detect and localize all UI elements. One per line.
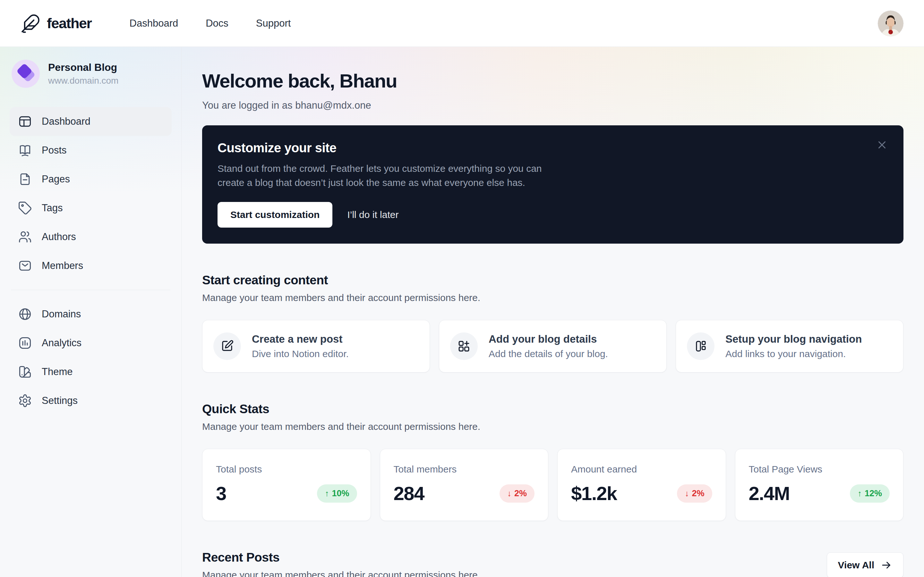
top-navigation: Dashboard Docs Support (129, 18, 291, 29)
section-title: Start creating content (202, 273, 903, 287)
card-title: Setup your blog navigation (725, 333, 862, 345)
sidebar-item-label: Members (42, 260, 83, 271)
sidebar-item-label: Authors (42, 231, 76, 243)
brand-name: feather (47, 15, 92, 32)
arrow-right-icon (881, 559, 892, 571)
stat-change-badge: ↑ 10% (317, 484, 357, 503)
stat-change-value: 12% (865, 488, 882, 498)
blog-domain: www.domain.com (48, 76, 118, 86)
stat-change-value: 10% (332, 488, 349, 498)
stat-change-value: 2% (514, 488, 527, 498)
section-subtitle: Manage your team members and their accou… (202, 570, 480, 577)
brand[interactable]: feather (21, 13, 92, 33)
card-subtitle: Add the details of your blog. (489, 348, 608, 359)
feather-logo-icon (21, 13, 40, 33)
stat-card-amount-earned: Amount earned $1.2k ↓ 2% (557, 449, 726, 521)
app-header: feather Dashboard Docs Support (0, 0, 924, 47)
create-content-section: Start creating content Manage your team … (202, 273, 903, 372)
sidebar-item-members[interactable]: Members (10, 251, 172, 280)
arrow-up-icon: ↑ (858, 488, 862, 498)
stat-change-badge: ↓ 2% (677, 484, 712, 503)
banner-text: Stand out from the crowd. Feather lets y… (218, 161, 549, 190)
card-title: Create a new post (252, 333, 349, 345)
nav-item-support[interactable]: Support (256, 18, 291, 29)
user-avatar[interactable] (878, 11, 903, 36)
view-all-label: View All (838, 560, 874, 571)
sidebar-item-analytics[interactable]: Analytics (10, 329, 172, 358)
sidebar: Personal Blog www.domain.com Dashboard (0, 47, 182, 577)
sidebar-item-label: Posts (42, 145, 67, 156)
main-content: Welcome back, Bhanu You are logged in as… (182, 47, 924, 577)
customize-banner: Customize your site Stand out from the c… (202, 125, 903, 243)
tag-icon (18, 201, 32, 215)
file-text-icon (18, 172, 32, 186)
section-subtitle: Manage your team members and their accou… (202, 421, 903, 432)
stat-change-badge: ↑ 12% (850, 484, 890, 503)
sidebar-item-authors[interactable]: Authors (10, 222, 172, 251)
stat-value: 3 (216, 482, 226, 504)
sidebar-nav-top: Dashboard Posts Pages (10, 107, 172, 280)
squares-plus-icon (450, 332, 478, 360)
sidebar-item-label: Pages (42, 173, 70, 185)
page-title: Welcome back, Bhanu (202, 70, 903, 92)
sidebar-item-domains[interactable]: Domains (10, 300, 172, 329)
do-it-later-button[interactable]: I’ll do it later (347, 210, 399, 220)
sidebar-item-settings[interactable]: Settings (10, 386, 172, 415)
sidebar-item-theme[interactable]: Theme (10, 358, 172, 386)
gear-icon (18, 394, 32, 408)
dashboard-panel-icon (18, 114, 32, 129)
sidebar-item-label: Domains (42, 308, 81, 320)
start-customization-button[interactable]: Start customization (218, 202, 333, 227)
sidebar-divider (11, 290, 170, 290)
stat-label: Total posts (216, 464, 357, 475)
layout-panels-icon (687, 332, 714, 360)
section-title: Quick Stats (202, 402, 903, 416)
users-icon (18, 230, 32, 244)
bar-chart-icon (18, 336, 32, 350)
arrow-down-icon: ↓ (507, 488, 511, 498)
stat-cards: Total posts 3 ↑ 10% Total members 284 (202, 449, 903, 521)
blog-switcher[interactable]: Personal Blog www.domain.com (10, 58, 172, 90)
sidebar-nav-bottom: Domains Analytics (10, 300, 172, 415)
stat-label: Total members (394, 464, 535, 475)
section-subtitle: Manage your team members and their accou… (202, 292, 903, 303)
blog-navigation-card[interactable]: Setup your blog navigation Add links to … (676, 320, 903, 372)
stat-label: Amount earned (571, 464, 712, 475)
sidebar-item-label: Settings (42, 395, 78, 406)
card-title: Add your blog details (489, 333, 608, 345)
book-open-icon (18, 143, 32, 157)
stat-change-value: 2% (692, 488, 704, 498)
arrow-down-icon: ↓ (685, 488, 689, 498)
sidebar-item-label: Theme (42, 366, 73, 378)
sidebar-item-tags[interactable]: Tags (10, 193, 172, 222)
stat-value: 2.4M (749, 482, 790, 504)
blog-details-card[interactable]: Add your blog details Add the details of… (439, 320, 667, 372)
banner-close-button[interactable] (876, 139, 888, 151)
login-status: You are logged in as bhanu@mdx.one (202, 100, 903, 111)
blog-logo-icon (11, 60, 40, 88)
quick-stats-section: Quick Stats Manage your team members and… (202, 402, 903, 521)
stat-card-page-views: Total Page Views 2.4M ↑ 12% (735, 449, 904, 521)
nav-item-docs[interactable]: Docs (206, 18, 228, 29)
sidebar-item-pages[interactable]: Pages (10, 165, 172, 193)
banner-title: Customize your site (218, 141, 888, 155)
arrow-up-icon: ↑ (325, 488, 329, 498)
blog-name: Personal Blog (48, 61, 118, 73)
view-all-button[interactable]: View All (827, 552, 903, 577)
section-title: Recent Posts (202, 550, 480, 564)
stat-value: $1.2k (571, 482, 617, 504)
sidebar-item-label: Dashboard (42, 116, 90, 127)
swatch-book-icon (18, 365, 32, 379)
sidebar-item-label: Analytics (42, 337, 81, 349)
globe-icon (18, 307, 32, 321)
stat-card-total-posts: Total posts 3 ↑ 10% (202, 449, 371, 521)
card-subtitle: Dive into Notion editor. (252, 348, 349, 359)
sidebar-item-posts[interactable]: Posts (10, 136, 172, 165)
mail-icon (18, 259, 32, 273)
nav-item-dashboard[interactable]: Dashboard (129, 18, 178, 29)
card-subtitle: Add links to your navigation. (725, 348, 862, 359)
sidebar-item-dashboard[interactable]: Dashboard (10, 107, 172, 136)
edit-pencil-icon (213, 332, 241, 360)
create-post-card[interactable]: Create a new post Dive into Notion edito… (202, 320, 430, 372)
stat-value: 284 (394, 482, 425, 504)
